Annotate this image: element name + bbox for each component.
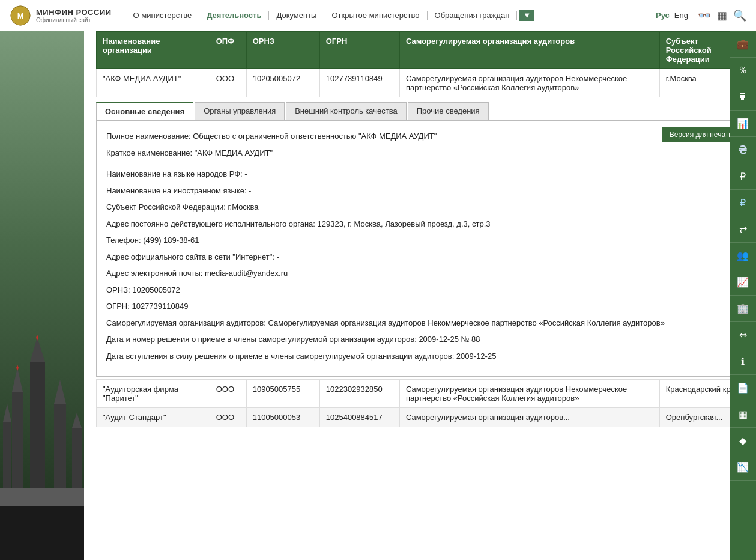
col-header-ornz: ОРНЗ xyxy=(246,32,319,69)
logo-emblem: М xyxy=(10,5,31,26)
tab-other[interactable]: Прочие сведения xyxy=(408,102,489,120)
sidebar-arrows-icon[interactable]: ⇔ xyxy=(730,322,756,348)
cell-opf: ООО xyxy=(210,69,246,97)
detail-field: ОГРН: 1027739110849 xyxy=(106,300,736,312)
organizations-table: Наименование организации ОПФ ОРНЗ ОГРН С… xyxy=(96,31,746,97)
logo: М МИНФИН РОССИИ Официальный сайт xyxy=(10,5,112,26)
right-sidebar: 💼 ％ 🖩 📊 ₴ ₽ ₽ ⇄ 👥 📈 🏢 ⇔ ℹ 📄 ▦ ◆ 📉 xyxy=(730,31,756,560)
cell-ogrn3: 1025400884517 xyxy=(319,408,399,427)
logo-title: МИНФИН РОССИИ xyxy=(36,8,112,17)
sidebar-ruble2-icon[interactable]: ₽ xyxy=(730,190,756,216)
detail-fields: Полное наименование: Общество с ограниче… xyxy=(106,130,736,362)
detail-field: Субъект Российской Федерации: г.Москва xyxy=(106,201,736,213)
detail-field: Дата вступления в силу решения о приеме … xyxy=(106,350,736,362)
col-header-ogrn: ОГРН xyxy=(319,32,399,69)
cell-name3: "Аудит Стандарт" xyxy=(97,408,210,427)
detail-field: Краткое наименование: "АКФ МЕДИА АУДИТ" xyxy=(106,147,736,159)
cell-ogrn: 1027739110849 xyxy=(319,69,399,97)
table-row[interactable]: "Аудиторская фирма "Паритет" ООО 1090500… xyxy=(97,380,746,408)
cell-ornz: 10205005072 xyxy=(246,69,319,97)
logo-subtitle: Официальный сайт xyxy=(36,17,112,23)
col-header-name: Наименование организации xyxy=(97,32,210,69)
tab-quality[interactable]: Внешний контроль качества xyxy=(286,102,407,120)
detail-field: Наименование на языке народов РФ: - xyxy=(106,168,736,180)
table-row[interactable]: "Аудит Стандарт" ООО 11005000053 1025400… xyxy=(97,408,746,427)
tab-management[interactable]: Органы управления xyxy=(195,102,285,120)
language-switcher: Рус Eng xyxy=(656,11,688,20)
detail-field: Телефон: (499) 189-38-61 xyxy=(106,234,736,246)
cell-name: "АКФ МЕДИА АУДИТ" xyxy=(97,69,210,97)
cell-opf3: ООО xyxy=(210,408,246,427)
sidebar-exchange-icon[interactable]: ⇄ xyxy=(730,216,756,243)
sidebar-document-icon[interactable]: 📄 xyxy=(730,375,756,401)
detail-field: Саморегулируемая организация аудиторов: … xyxy=(106,317,736,329)
sidebar-layers-icon[interactable]: ▦ xyxy=(730,401,756,428)
tab-basic[interactable]: Основные сведения xyxy=(96,102,193,120)
table-row[interactable]: "АКФ МЕДИА АУДИТ" ООО 10205005072 102773… xyxy=(97,69,746,97)
sidebar-calculator-icon[interactable]: 🖩 xyxy=(730,84,756,111)
col-header-opf: ОПФ xyxy=(210,32,246,69)
cell-sro: Саморегулируемая организация аудиторов Н… xyxy=(399,69,659,97)
tabs-container: Основные сведения Органы управления Внеш… xyxy=(96,102,746,120)
sidebar-graph-icon[interactable]: 📈 xyxy=(730,269,756,296)
detail-field: Адрес официального сайта в сети "Интерне… xyxy=(106,251,736,263)
sidebar-chart-icon[interactable]: 📊 xyxy=(730,111,756,137)
main-table-section: Наименование организации ОПФ ОРНЗ ОГРН С… xyxy=(96,31,746,427)
cell-name2: "Аудиторская фирма "Паритет" xyxy=(97,380,210,408)
sidebar-barchart-icon[interactable]: 📉 xyxy=(730,454,756,481)
cell-opf2: ООО xyxy=(210,380,246,408)
col-header-sro: Саморегулируемая организация аудиторов xyxy=(399,32,659,69)
sidebar-ruble-icon[interactable]: ₽ xyxy=(730,163,756,190)
accessibility-icon[interactable]: 👓 xyxy=(698,9,711,22)
sidebar-org-icon[interactable]: 🏢 xyxy=(730,296,756,322)
main-nav: О министерстве Деятельность Документы От… xyxy=(126,10,535,21)
detail-field: Адрес постоянно действующего исполнитель… xyxy=(106,218,736,230)
nav-activity[interactable]: Деятельность xyxy=(199,11,269,20)
nav-docs[interactable]: Документы xyxy=(269,11,324,20)
cell-ornz2: 10905005755 xyxy=(246,380,319,408)
nav-open[interactable]: Открытое министерство xyxy=(324,11,427,20)
lang-ru[interactable]: Рус xyxy=(656,11,670,20)
detail-panel: Версия для печати Полное наименование: О… xyxy=(96,120,746,377)
main-layout: Наименование организации ОПФ ОРНЗ ОГРН С… xyxy=(0,31,756,560)
detail-field: Дата и номер решения о приеме в члены са… xyxy=(106,333,736,345)
search-icon[interactable]: 🔍 xyxy=(733,9,746,22)
detail-field: Наименование на иностранном языке: - xyxy=(106,185,736,197)
nav-dropdown[interactable]: ▼ xyxy=(519,10,534,21)
detail-field: Полное наименование: Общество с ограниче… xyxy=(106,130,736,142)
logo-text: МИНФИН РОССИИ Официальный сайт xyxy=(36,8,112,23)
sidebar-coin-icon[interactable]: ₴ xyxy=(730,137,756,163)
sidebar-briefcase-icon[interactable]: 💼 xyxy=(730,31,756,58)
nav-about[interactable]: О министерстве xyxy=(126,11,200,20)
content-area: Наименование организации ОПФ ОРНЗ ОГРН С… xyxy=(84,31,756,560)
site-header: М МИНФИН РОССИИ Официальный сайт О минис… xyxy=(0,0,756,31)
cell-sro2: Саморегулируемая организация аудиторов Н… xyxy=(399,380,659,408)
more-table: "Аудиторская фирма "Паритет" ООО 1090500… xyxy=(96,379,746,427)
header-utility-icons: 👓 ▦ 🔍 xyxy=(698,9,746,22)
sidebar-people-icon[interactable]: 👥 xyxy=(730,243,756,269)
sidebar-info-icon[interactable]: ℹ xyxy=(730,348,756,375)
lang-en[interactable]: Eng xyxy=(674,11,688,20)
cell-ogrn2: 1022302932850 xyxy=(319,380,399,408)
grid-icon[interactable]: ▦ xyxy=(717,9,727,22)
sidebar-percent-icon[interactable]: ％ xyxy=(730,58,756,84)
print-button[interactable]: Версия для печати xyxy=(662,127,740,142)
svg-text:М: М xyxy=(17,12,24,20)
sidebar-diamond-icon[interactable]: ◆ xyxy=(730,428,756,454)
nav-appeals[interactable]: Обращения граждан xyxy=(428,11,518,20)
cell-sro3: Саморегулируемая организация аудиторов..… xyxy=(399,408,659,427)
cell-ornz3: 11005000053 xyxy=(246,408,319,427)
detail-field: ОРНЗ: 10205005072 xyxy=(106,284,736,296)
detail-field: Адрес электронной почты: media-audit@yan… xyxy=(106,267,736,279)
